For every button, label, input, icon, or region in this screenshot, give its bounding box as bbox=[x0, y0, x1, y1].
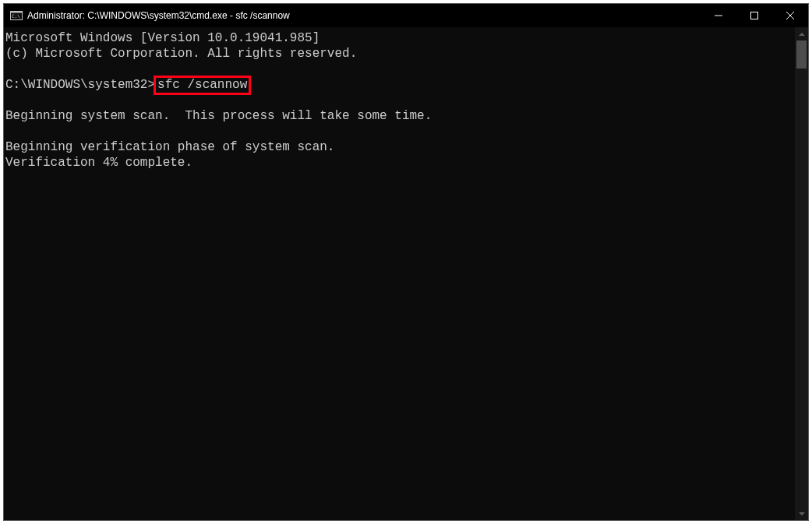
cmd-window: C:\ Administrator: C:\WINDOWS\system32\c… bbox=[3, 3, 809, 521]
window-title: Administrator: C:\WINDOWS\system32\cmd.e… bbox=[27, 10, 701, 21]
client-area: Microsoft Windows [Version 10.0.19041.98… bbox=[4, 27, 808, 520]
scrollbar-thumb[interactable] bbox=[796, 40, 807, 69]
maximize-button[interactable] bbox=[736, 4, 772, 27]
minimize-button[interactable] bbox=[701, 4, 736, 27]
out-verification-progress: Verification 4% complete. bbox=[5, 156, 192, 170]
titlebar[interactable]: C:\ Administrator: C:\WINDOWS\system32\c… bbox=[4, 4, 808, 27]
window-controls bbox=[701, 4, 808, 27]
scroll-down-arrow-icon[interactable] bbox=[795, 507, 808, 520]
scroll-up-arrow-icon[interactable] bbox=[795, 27, 808, 40]
scrollbar-track[interactable] bbox=[795, 40, 808, 507]
out-copyright: (c) Microsoft Corporation. All rights re… bbox=[5, 47, 357, 61]
vertical-scrollbar[interactable] bbox=[795, 27, 808, 520]
out-verification-phase: Beginning verification phase of system s… bbox=[5, 140, 334, 154]
svg-marker-7 bbox=[799, 33, 805, 36]
svg-marker-8 bbox=[799, 512, 805, 515]
close-button[interactable] bbox=[772, 4, 808, 27]
out-version: Microsoft Windows [Version 10.0.19041.98… bbox=[5, 31, 320, 45]
prompt: C:\WINDOWS\system32> bbox=[5, 78, 155, 92]
out-beginning-scan: Beginning system scan. This process will… bbox=[5, 109, 432, 123]
highlighted-command: sfc /scannow bbox=[154, 76, 251, 95]
terminal-output[interactable]: Microsoft Windows [Version 10.0.19041.98… bbox=[4, 27, 795, 520]
svg-text:C:\: C:\ bbox=[12, 13, 20, 19]
svg-rect-4 bbox=[751, 12, 758, 19]
cmd-icon: C:\ bbox=[10, 9, 23, 22]
